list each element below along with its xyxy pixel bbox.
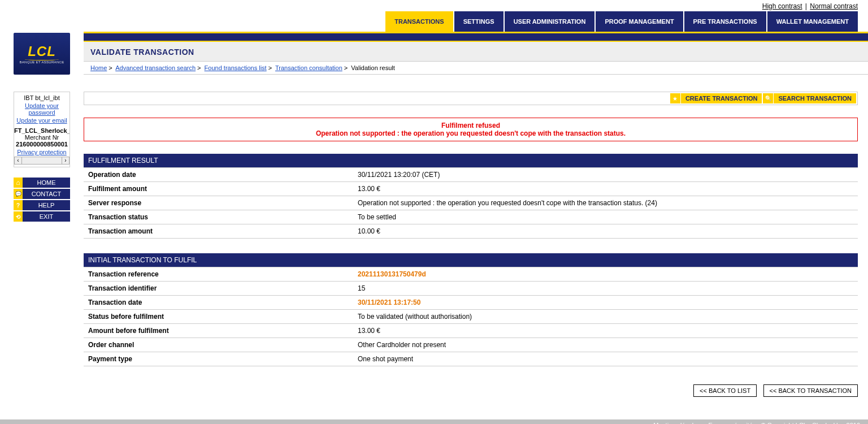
user-info-box: IBT bt_lcl_ibt Update your password Upda…	[14, 92, 70, 167]
nav-home[interactable]: HOME	[14, 178, 70, 188]
breadcrumb: Home> Advanced transaction search> Found…	[84, 62, 868, 75]
main-tabs: TRANSACTIONSSETTINGSUSER ADMINISTRATIONP…	[84, 11, 868, 32]
table-row: Operation date30/11/2021 13:20:07 (CET)	[84, 168, 858, 182]
nav-contact-label: CONTACT	[23, 189, 70, 199]
logo[interactable]: LCL BANQUE ET ASSURANCE	[14, 33, 70, 75]
scroll-right-icon[interactable]: ›	[62, 157, 70, 165]
row-key: Transaction reference	[84, 267, 353, 282]
tab-user-administration[interactable]: USER ADMINISTRATION	[505, 11, 595, 32]
row-value: Operation not supported : the operation …	[353, 196, 858, 210]
tab-pre-transactions[interactable]: PRE TRANSACTIONS	[684, 11, 766, 32]
logo-text: LCL	[28, 44, 56, 59]
row-value: To be validated (without authorisation)	[353, 310, 858, 324]
header-stripe	[84, 32, 868, 42]
row-value: 10.00 €	[353, 224, 858, 239]
back-to-list-button[interactable]: << BACK TO LIST	[693, 384, 757, 397]
row-key: Order channel	[84, 338, 353, 352]
initial-transaction-table: Transaction reference20211130131750479dT…	[84, 267, 858, 366]
row-key: Fulfilment amount	[84, 182, 353, 196]
footer-legal-link[interactable]: Mentions légales	[653, 422, 700, 424]
footer-security-link[interactable]: Espace sécurité	[709, 422, 753, 424]
normal-contrast-link[interactable]: Normal contrast	[810, 2, 858, 10]
nav-contact[interactable]: CONTACT	[14, 189, 70, 199]
table-row: Fulfilment amount13.00 €	[84, 182, 858, 196]
tab-transactions[interactable]: TRANSACTIONS	[385, 11, 453, 32]
exit-icon	[14, 211, 23, 222]
search-transaction-label: SEARCH TRANSACTION	[774, 93, 856, 103]
high-contrast-link[interactable]: High contrast	[762, 2, 802, 10]
help-icon	[14, 200, 23, 210]
home-icon	[14, 178, 23, 188]
row-value: To be settled	[353, 210, 858, 224]
row-key: Transaction status	[84, 210, 353, 224]
row-key: Amount before fulfilment	[84, 324, 353, 338]
row-value: 30/11/2021 13:20:07 (CET)	[353, 168, 858, 182]
search-transaction-button[interactable]: SEARCH TRANSACTION	[763, 93, 856, 103]
row-key: Operation date	[84, 168, 353, 182]
row-key: Transaction identifier	[84, 282, 353, 296]
alert-line1: Fulfilment refused	[88, 122, 854, 129]
fulfilment-result-table: Operation date30/11/2021 13:20:07 (CET)F…	[84, 167, 858, 239]
sidebar-nav: HOME CONTACT HELP EXIT	[14, 178, 70, 222]
alert-line2: Operation not supported : the operation …	[88, 129, 854, 137]
nav-help-label: HELP	[23, 200, 70, 210]
row-value: One shot payment	[353, 352, 858, 366]
merchant-nr-value: 216000000850001	[14, 141, 70, 148]
row-value: Other Cardholder not present	[353, 338, 858, 352]
scroll-track[interactable]	[22, 157, 62, 165]
table-row: Transaction statusTo be settled	[84, 210, 858, 224]
update-email-link[interactable]: Update your email	[14, 117, 70, 124]
row-value: 30/11/2021 13:17:50	[353, 296, 858, 310]
scroll-left-icon[interactable]: ‹	[14, 157, 22, 165]
nav-help[interactable]: HELP	[14, 200, 70, 210]
table-row: Amount before fulfilment13.00 €	[84, 324, 858, 338]
table-row: Transaction date30/11/2021 13:17:50	[84, 296, 858, 310]
section-initial-transaction: INITIAL TRANSACTION TO FULFIL	[84, 253, 858, 267]
row-value: 20211130131750479d	[353, 267, 858, 282]
breadcrumb-home[interactable]: Home	[90, 64, 107, 71]
row-key: Payment type	[84, 352, 353, 366]
user-id: IBT bt_lcl_ibt	[14, 94, 70, 101]
update-password-link[interactable]: Update your password	[14, 102, 70, 116]
row-value: 13.00 €	[353, 324, 858, 338]
search-icon	[763, 93, 773, 103]
page-title: VALIDATE TRANSACTION	[84, 42, 868, 62]
section-fulfilment-result: FULFILMENT RESULT	[84, 154, 858, 167]
sidebar-scroll: ‹ ›	[14, 157, 70, 165]
table-row: Transaction amount10.00 €	[84, 224, 858, 239]
table-row: Transaction reference20211130131750479d	[84, 267, 858, 282]
row-key: Transaction date	[84, 296, 353, 310]
table-row: Server responseOperation not supported :…	[84, 196, 858, 210]
bottom-buttons: << BACK TO LIST << BACK TO TRANSACTION	[84, 384, 858, 397]
nav-exit[interactable]: EXIT	[14, 211, 70, 222]
merchant-code: FT_LCL_Sherlock_	[14, 127, 70, 134]
nav-exit-label: EXIT	[23, 211, 70, 222]
row-value: 13.00 €	[353, 182, 858, 196]
create-transaction-button[interactable]: CREATE TRANSACTION	[670, 93, 762, 103]
contact-icon	[14, 189, 23, 199]
footer-copyright: © Copyright LCL - Sherlock's - 2016	[761, 422, 860, 424]
error-alert: Fulfilment refused Operation not support…	[84, 118, 858, 141]
breadcrumb-current: Validation result	[351, 64, 394, 71]
table-row: Order channelOther Cardholder not presen…	[84, 338, 858, 352]
contrast-bar: High contrast | Normal contrast	[0, 0, 868, 11]
back-to-transaction-button[interactable]: << BACK TO TRANSACTION	[763, 384, 858, 397]
logo-subtext: BANQUE ET ASSURANCE	[20, 60, 64, 64]
breadcrumb-found-list[interactable]: Found transactions list	[205, 64, 267, 71]
create-transaction-label: CREATE TRANSACTION	[681, 93, 762, 103]
table-row: Payment typeOne shot payment	[84, 352, 858, 366]
tab-wallet-management[interactable]: WALLET MANAGEMENT	[767, 11, 858, 32]
tab-proof-management[interactable]: PROOF MANAGEMENT	[596, 11, 683, 32]
separator: |	[804, 2, 808, 10]
table-row: Transaction identifier15	[84, 282, 858, 296]
star-icon	[670, 93, 680, 103]
privacy-link[interactable]: Privacy protection	[14, 149, 70, 155]
nav-home-label: HOME	[23, 178, 70, 188]
breadcrumb-advanced-search[interactable]: Advanced transaction search	[115, 64, 196, 71]
action-bar: CREATE TRANSACTION SEARCH TRANSACTION	[84, 92, 858, 105]
footer: Mentions légales- Espace sécurité- © Cop…	[0, 419, 868, 424]
row-value: 15	[353, 282, 858, 296]
tab-settings[interactable]: SETTINGS	[454, 11, 504, 32]
breadcrumb-consultation[interactable]: Transaction consultation	[275, 64, 342, 71]
row-key: Server response	[84, 196, 353, 210]
